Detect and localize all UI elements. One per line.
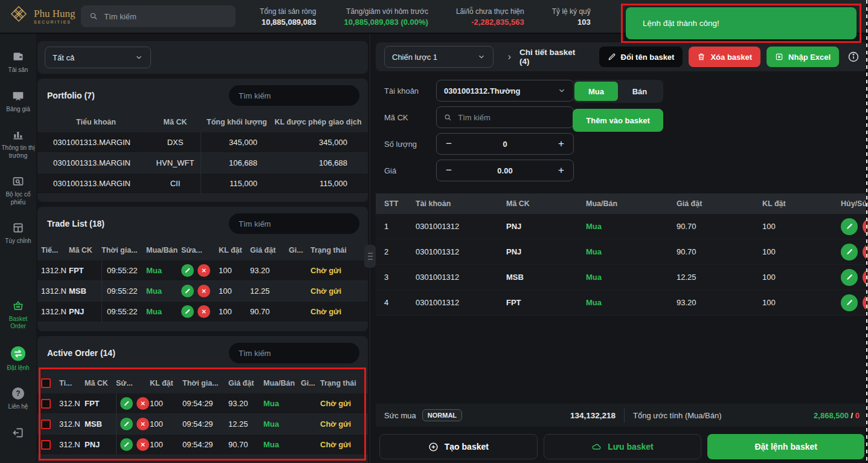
table-row[interactable]: 1 0301001312 PNJ Mua 90.70 100 (376, 214, 868, 239)
global-search-input[interactable] (104, 12, 227, 21)
edit-order-button[interactable] (120, 397, 133, 410)
table-row[interactable]: 1312.N FPT 09:55:22 Mua 100 93.20 Chờ gử… (37, 261, 368, 281)
symbol-search-input[interactable] (458, 113, 566, 122)
row-checkbox[interactable] (41, 399, 51, 409)
cancel-order-button[interactable] (198, 285, 210, 297)
import-excel-button[interactable]: Nhập Excel (767, 47, 839, 67)
table-row[interactable]: 0301001313.MARGIN HVN_WFT 106,688 106,68… (37, 153, 368, 173)
cell-actions (116, 414, 150, 434)
delete-order-button[interactable] (863, 244, 868, 261)
active-order-search-input[interactable] (239, 349, 350, 358)
global-search[interactable] (81, 5, 236, 27)
cell-stt: 4 (376, 298, 407, 307)
create-basket-button[interactable]: Tạo basket (379, 434, 538, 459)
price-value[interactable]: 0.00 (461, 166, 549, 175)
cancel-order-button[interactable] (137, 418, 149, 430)
delete-order-button[interactable] (863, 218, 868, 235)
sidebar-item-market-info[interactable]: Thông tin thị trường (1, 129, 36, 160)
trade-list-search-input[interactable] (239, 219, 350, 228)
place-basket-order-button[interactable]: Đặt lệnh basket (707, 434, 864, 459)
edit-order-button[interactable] (181, 305, 194, 318)
info-icon[interactable] (847, 51, 860, 63)
table-row[interactable]: 0301001313.MARGIN DXS 345,000 345,000 (37, 132, 368, 153)
save-basket-button[interactable]: Lưu basket (544, 434, 702, 459)
account-select[interactable]: 0301001312.Thường (436, 80, 574, 102)
table-row[interactable]: 0301001313.MARGIN CII 115,000 115,000 (37, 173, 368, 194)
buying-power-badge[interactable]: NORMAL (422, 409, 462, 421)
table-row[interactable]: 1312.N PNJ 09:55:22 Mua 100 90.70 Chờ gử… (37, 302, 368, 322)
table-row[interactable]: 4 0301001312 FPT Mua 93.20 100 (376, 290, 868, 316)
success-toast[interactable]: Lệnh đặt thành công! (626, 7, 857, 39)
cell-tradable-volume: 345,000 (273, 138, 363, 147)
sidebar-item-contact[interactable]: ? Liên hệ (1, 387, 36, 411)
cell-qty: 100 (150, 440, 182, 449)
symbol-search[interactable] (436, 106, 574, 128)
cell-total-volume: 106,688 (201, 153, 273, 173)
edit-order-button[interactable] (841, 294, 858, 311)
cancel-order-button[interactable] (198, 264, 210, 277)
edit-order-button[interactable] (120, 438, 133, 451)
quantity-value[interactable]: 0 (461, 140, 549, 149)
sidebar-item-stock-filter[interactable]: Bộ lọc cổ phiếu (1, 175, 36, 206)
cancel-order-button[interactable] (198, 305, 210, 318)
cell-time: 09:54:29 (182, 399, 228, 408)
sidebar-item-basket-order[interactable]: Basket Order (1, 300, 36, 331)
row-checkbox[interactable] (41, 419, 51, 429)
table-row[interactable]: 1312.N MSB 09:55:22 Mua 100 12.25 Chờ gử… (37, 281, 368, 302)
table-row[interactable]: 312.N MSB 100 09:54:29 12.25 Mua Chờ gửi (37, 414, 368, 435)
edit-order-button[interactable] (841, 244, 858, 261)
cancel-order-button[interactable] (137, 438, 149, 451)
cancel-order-button[interactable] (137, 397, 149, 410)
edit-order-button[interactable] (120, 418, 133, 430)
sidebar-item-customize[interactable]: Tùy chỉnh (1, 222, 36, 245)
cell-total-volume: 115,000 (201, 173, 273, 193)
edit-order-button[interactable] (841, 218, 858, 235)
cell-account: 312.N (59, 440, 85, 449)
trade-list-search[interactable] (229, 213, 359, 234)
plus-icon[interactable]: + (549, 164, 573, 176)
portfolio-search[interactable] (229, 85, 359, 106)
add-to-basket-button[interactable]: Thêm vào basket (573, 109, 663, 132)
cell-qty: 100 (219, 287, 250, 296)
total-sell-value: 0 (855, 411, 860, 420)
row-checkbox[interactable] (41, 440, 51, 450)
strategy-select[interactable]: Chiến lược 1 (384, 46, 493, 68)
plus-icon[interactable]: + (549, 138, 573, 150)
buy-toggle-button[interactable]: Mua (574, 82, 618, 101)
trade-list-header-row: Tiế... Mã CK Thời gia... Mua/Bán Sửa... … (37, 240, 368, 261)
sidebar-item-logout[interactable] (1, 427, 36, 439)
cell-price: 90.70 (668, 222, 754, 231)
table-row[interactable]: 3 0301001312 MSB Mua 12.25 100 (376, 265, 868, 290)
cell-price: 93.20 (250, 266, 289, 275)
phu-hung-logo-icon (8, 6, 29, 27)
brand-logo[interactable]: Phu Hung SECURITIES (0, 6, 77, 27)
account-filter-select[interactable]: Tất cả (45, 47, 151, 68)
delete-basket-button[interactable]: Xóa basket (689, 47, 760, 67)
select-all-checkbox[interactable] (41, 378, 51, 388)
table-row[interactable]: 2 0301001312 PNJ Mua 90.70 100 (376, 239, 868, 265)
sell-toggle-button[interactable]: Bán (618, 82, 661, 101)
sidebar-item-assets[interactable]: Tài sản (1, 51, 36, 74)
sidebar-item-price-board[interactable]: Bảng giá (1, 90, 36, 114)
basket-table-header: STT Tài khoản Mã CK Mua/Bán Giá đặt KL đ… (376, 193, 868, 214)
panel-resize-handle[interactable] (364, 245, 376, 268)
edit-order-button[interactable] (181, 285, 194, 297)
table-row[interactable]: 312.N FPT 100 09:54:29 93.20 Mua Chờ gửi (37, 393, 368, 414)
delete-order-button[interactable] (863, 269, 868, 286)
cell-status: Chờ gửi (320, 419, 365, 429)
edit-order-button[interactable] (841, 269, 858, 286)
active-order-search[interactable] (229, 343, 359, 363)
cell-symbol: HVN_WFT (150, 158, 201, 167)
cell-account: 1312.N (41, 287, 69, 296)
edit-order-button[interactable] (181, 264, 194, 277)
delete-order-button[interactable] (863, 294, 868, 311)
minus-icon[interactable]: − (437, 138, 461, 150)
stock-filter-icon (12, 175, 24, 187)
table-row[interactable]: 312.N PNJ 100 09:54:29 90.70 Mua Chờ gửi (37, 435, 368, 455)
sidebar-item-place-order[interactable]: Đặt lệnh (1, 346, 36, 372)
minus-icon[interactable]: − (437, 164, 461, 176)
cell-side: Mua (263, 419, 301, 429)
cell-price: 93.20 (228, 399, 263, 408)
portfolio-search-input[interactable] (239, 91, 350, 100)
rename-basket-button[interactable]: Đổi tên basket (599, 47, 683, 67)
